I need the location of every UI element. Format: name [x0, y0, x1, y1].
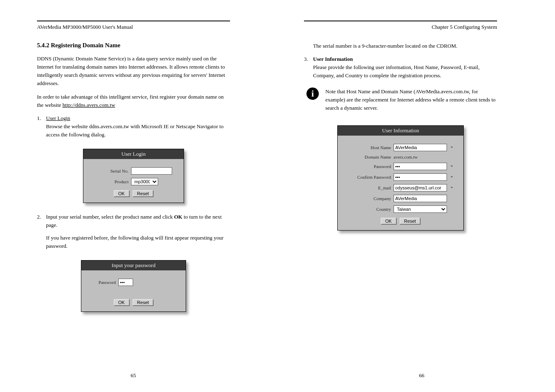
step-2: 2. Input your serial number, select the … [37, 213, 230, 229]
email-required: * [451, 185, 453, 190]
step-3-title: User Information [313, 56, 353, 62]
email-label: E_mail [346, 185, 391, 190]
intro-paragraph: DDNS (Dynamic Domain Name Service) is a … [37, 55, 230, 88]
country-label: Country [346, 207, 391, 212]
serial-label: Serial No. [92, 168, 129, 173]
email-input[interactable] [394, 184, 447, 191]
step-1: 1. User Login Browse the website ddns.av… [37, 114, 230, 139]
section-heading: 5.4.2 Registering Domain Name [37, 42, 230, 49]
company-label: Company [346, 196, 391, 201]
registered-note: If you have registered before, the follo… [37, 234, 230, 250]
pwd-reset-button[interactable]: Reset [133, 299, 154, 306]
info-note: i Note that Host Name and Domain Name (A… [304, 88, 497, 112]
user-login-title: User Login [83, 149, 184, 159]
pwd-ok-button[interactable]: OK [114, 299, 129, 306]
ui-password-required: * [451, 164, 453, 169]
password-input[interactable] [118, 279, 133, 286]
step-2-pre: Input your serial number, select the pro… [46, 214, 174, 220]
header-right: Chapter 5 Configuring System [304, 24, 497, 30]
serial-note: The serial number is a 9-character-numbe… [304, 42, 497, 50]
hostname-label: Host Name [346, 145, 391, 150]
confirm-password-label: Confirm Password [346, 175, 391, 180]
left-column: AVerMedia MP3000/MP5000 User's Manual 5.… [37, 21, 230, 322]
step-3-text: Please provide the following user inform… [313, 64, 479, 78]
password-panel-title: Input your password [81, 261, 186, 270]
ddns-link[interactable]: http://ddns.avers.com.tw [62, 102, 115, 108]
serial-input[interactable] [131, 167, 172, 175]
right-column: Chapter 5 Configuring System The serial … [304, 21, 497, 322]
step-3: 3. User Information Please provide the f… [304, 55, 497, 80]
info-note-text: Note that Host Name and Domain Name (AVe… [325, 88, 497, 112]
step-3-num: 3. [304, 55, 313, 80]
user-info-panel: User Information Host Name * Domain Name… [337, 125, 464, 231]
ui-password-label: Password [346, 164, 391, 169]
ui-reset-button[interactable]: Reset [400, 218, 421, 224]
info-icon: i [306, 88, 319, 100]
registered-note-num [37, 234, 46, 250]
registered-note-pre: If you have registered before, the follo… [46, 235, 223, 241]
step-1-title[interactable]: User Login [46, 115, 70, 121]
step-1-num: 1. [37, 114, 46, 139]
step-2-num: 2. [37, 213, 46, 229]
company-input[interactable] [394, 195, 447, 202]
product-label: Product [92, 179, 129, 184]
ui-password-input[interactable] [394, 163, 447, 170]
product-select[interactable]: mp3000 [131, 178, 158, 185]
user-info-title: User Information [338, 126, 463, 136]
header-rule-left [37, 21, 230, 21]
user-login-panel: User Login Serial No. Product mp3000 OK … [83, 149, 184, 203]
login-reset-button[interactable]: Reset [133, 190, 154, 197]
step-2-bold: OK [174, 214, 182, 220]
login-ok-button[interactable]: OK [114, 190, 129, 197]
hostname-input[interactable] [394, 144, 447, 151]
confirm-password-input[interactable] [394, 173, 447, 181]
ui-ok-button[interactable]: OK [381, 218, 396, 224]
hostname-required: * [451, 145, 453, 150]
country-select[interactable]: Taiwan [394, 205, 447, 213]
header-left: AVerMedia MP3000/MP5000 User's Manual [37, 24, 230, 30]
page-number-right: 66 [419, 372, 424, 379]
para-with-link: In order to take advantage of this intel… [37, 93, 230, 109]
password-label: Password [90, 280, 116, 285]
registered-note-post: password. [46, 243, 67, 249]
domain-value: avers.com.tw [394, 154, 418, 159]
page-number-left: 65 [131, 372, 136, 379]
domain-label: Domain Name [346, 154, 391, 159]
header-rule-right [304, 21, 497, 21]
step-1-text: Browse the website ddns.avers.com.tw wit… [46, 123, 223, 138]
confirm-password-required: * [451, 175, 453, 180]
password-panel: Input your password Password OK Reset [81, 260, 186, 312]
